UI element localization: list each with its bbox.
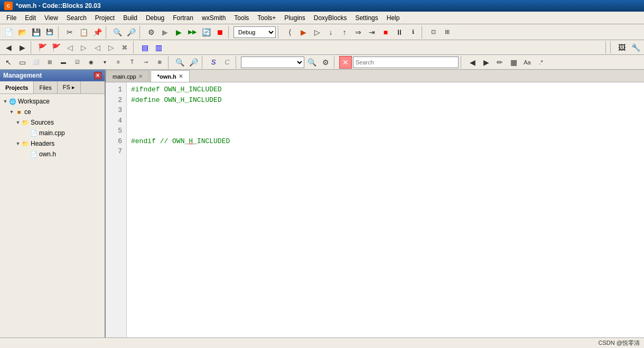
code-content[interactable]: #ifndef OWN_H_INCLUDED #define OWN_H_INC…: [127, 82, 644, 337]
tree-headers[interactable]: ▼ 📁 Headers: [0, 138, 105, 149]
menu-project[interactable]: Project: [91, 13, 119, 23]
tab-maincpp-close[interactable]: ✕: [138, 73, 143, 79]
tab-files[interactable]: Files: [34, 81, 57, 93]
debug-stop[interactable]: ■: [379, 26, 392, 39]
menu-help[interactable]: Help: [382, 13, 404, 23]
find-button[interactable]: 🔍: [111, 26, 124, 39]
debug-run-button[interactable]: ▶: [297, 26, 310, 39]
menu-build[interactable]: Build: [119, 13, 142, 23]
menu-fortran[interactable]: Fortran: [169, 13, 198, 23]
tree-sources[interactable]: ▼ 📁 Sources: [0, 117, 105, 128]
menu-settings[interactable]: Settings: [351, 13, 382, 23]
workspace-expand[interactable]: ▼: [2, 98, 8, 105]
rtb-icon1[interactable]: 🖼: [615, 41, 628, 54]
combo-btn[interactable]: ▾: [98, 56, 111, 69]
plugin-icon1[interactable]: ▤: [138, 41, 151, 54]
tab-fs[interactable]: FS ▸: [58, 81, 81, 93]
tree-maincpp[interactable]: 📄 main.cpp: [0, 128, 105, 138]
debug-info[interactable]: ℹ: [407, 26, 419, 39]
symbol-dropdown[interactable]: [241, 57, 304, 68]
clear-search-btn[interactable]: ✕: [339, 56, 352, 69]
nav-forward-button[interactable]: ▶: [16, 41, 29, 54]
go-button[interactable]: 🔍: [305, 56, 318, 69]
menu-tools[interactable]: Tools: [230, 13, 253, 23]
replace-button[interactable]: 🔎: [125, 26, 137, 39]
spin-btn[interactable]: ⊕: [153, 56, 166, 69]
list-btn[interactable]: ≡: [112, 56, 125, 69]
ce-expand[interactable]: ▼: [8, 109, 15, 115]
config-search-btn[interactable]: ⚙: [319, 56, 332, 69]
menu-view[interactable]: View: [40, 13, 62, 23]
bookmark-nav2[interactable]: ▷: [77, 41, 90, 54]
menu-wxsmith[interactable]: wxSmith: [198, 13, 230, 23]
copy-button[interactable]: 📋: [77, 26, 90, 39]
panel-close-button[interactable]: ✕: [94, 72, 101, 79]
syntax-c-btn[interactable]: C: [221, 56, 234, 69]
debug-prev-button[interactable]: ⟨: [283, 26, 296, 39]
rect-btn[interactable]: ▭: [16, 56, 29, 69]
highlight-btn[interactable]: ▦: [507, 56, 520, 69]
tb-extra1[interactable]: ⊡: [427, 26, 440, 39]
nav-prev-btn[interactable]: ◀: [466, 56, 479, 69]
search-input[interactable]: [353, 57, 459, 68]
tb-extra2[interactable]: ⊞: [441, 26, 453, 39]
check-btn[interactable]: ☑: [71, 56, 83, 69]
sources-expand[interactable]: ▼: [15, 119, 21, 126]
headers-expand[interactable]: ▼: [15, 140, 21, 147]
rtb-icon2[interactable]: 🔧: [629, 41, 642, 54]
build-run-button[interactable]: ▶▶: [186, 26, 199, 39]
cursor-btn[interactable]: ↖: [2, 56, 15, 69]
settings-button[interactable]: ⚙: [145, 26, 157, 39]
menu-toolsplus[interactable]: Tools+: [253, 13, 280, 23]
debug-run-to[interactable]: ⇥: [366, 26, 378, 39]
bookmark-nav4[interactable]: ▷: [105, 41, 117, 54]
paste-button[interactable]: 📌: [91, 26, 104, 39]
menu-search[interactable]: Search: [62, 13, 91, 23]
debug-step-out[interactable]: ↑: [338, 26, 351, 39]
debug-step-into[interactable]: ↓: [324, 26, 337, 39]
save-all-button[interactable]: 💾: [43, 26, 56, 39]
plugin-icon2[interactable]: ▥: [152, 41, 165, 54]
nav-back-button[interactable]: ◀: [2, 41, 15, 54]
menu-debug[interactable]: Debug: [142, 13, 169, 23]
run-button[interactable]: ▶: [172, 26, 185, 39]
radio-btn[interactable]: ◉: [85, 56, 97, 69]
menu-doxyblocks[interactable]: DoxyBlocks: [310, 13, 351, 23]
tree-project-ce[interactable]: ▼ ■ ce: [0, 107, 105, 117]
save-button[interactable]: 💾: [30, 26, 42, 39]
tree-workspace[interactable]: ▼ 🌐 Workspace: [0, 96, 105, 107]
new-button[interactable]: 📄: [2, 26, 15, 39]
menu-plugins[interactable]: Plugins: [280, 13, 309, 23]
stop-button[interactable]: ⏹: [213, 26, 226, 39]
match-case-btn[interactable]: Aa: [521, 56, 534, 69]
syntax-s-btn[interactable]: S: [207, 56, 220, 69]
tab-ownh[interactable]: *own.h ✕: [151, 70, 190, 82]
frame-btn[interactable]: ⬜: [30, 56, 42, 69]
debug-break[interactable]: ⏸: [393, 26, 406, 39]
bookmark-red[interactable]: 🚩: [36, 41, 49, 54]
cut-button[interactable]: ✂: [63, 26, 76, 39]
menu-file[interactable]: File: [2, 13, 21, 23]
nav-next-btn[interactable]: ▶: [480, 56, 492, 69]
build-button[interactable]: ▶: [158, 26, 171, 39]
input-btn[interactable]: ▬: [57, 56, 70, 69]
menu-edit[interactable]: Edit: [21, 13, 40, 23]
slider-btn[interactable]: ⊸: [139, 56, 152, 69]
tab-projects[interactable]: Projects: [0, 81, 34, 93]
open-button[interactable]: 📂: [16, 26, 29, 39]
build-config-dropdown[interactable]: Debug Release: [234, 26, 276, 38]
edit-search-btn[interactable]: ✏: [493, 56, 506, 69]
bookmark-clear[interactable]: ✖: [118, 41, 131, 54]
debug-step-over[interactable]: ⇒: [352, 26, 365, 39]
zoom-in-btn[interactable]: 🔎: [187, 56, 200, 69]
zoom-out-btn[interactable]: 🔍: [173, 56, 186, 69]
bookmark-green[interactable]: 🚩: [50, 41, 62, 54]
debug-next-button[interactable]: ▷: [311, 26, 323, 39]
bookmark-nav1[interactable]: ◁: [63, 41, 76, 54]
grid-btn[interactable]: ⊞: [43, 56, 56, 69]
tab-maincpp[interactable]: main.cpp ✕: [106, 70, 150, 82]
code-editor[interactable]: 1 2 3 4 5 6 7 #ifndef OWN_H_INCLUDED #de…: [106, 82, 644, 337]
text-btn[interactable]: T: [126, 56, 138, 69]
tree-ownh[interactable]: 📄 own.h: [0, 149, 105, 159]
regex-btn[interactable]: .*: [535, 56, 547, 69]
